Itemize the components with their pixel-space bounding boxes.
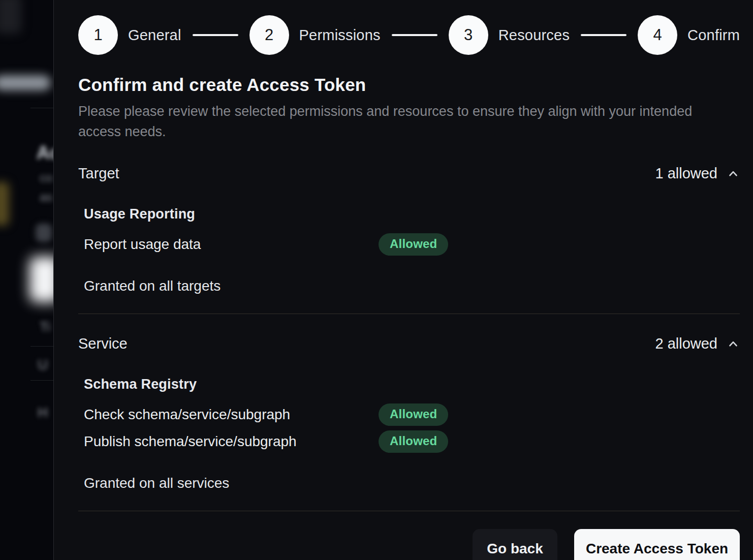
step-confirm[interactable]: 4 Confirm bbox=[638, 15, 740, 55]
permission-row: Report usage data Allowed bbox=[84, 233, 740, 256]
step-connector bbox=[193, 34, 238, 36]
backdrop-accent-blob bbox=[0, 182, 9, 226]
allowed-count: 1 allowed bbox=[655, 165, 717, 182]
step-label: Resources bbox=[498, 27, 570, 44]
step-resources[interactable]: 3 Resources bbox=[449, 15, 570, 55]
step-label: Permissions bbox=[299, 27, 381, 44]
backdrop-nav-blob bbox=[0, 75, 51, 90]
backdrop-item-text-1: Ti bbox=[40, 319, 50, 335]
step-connector bbox=[581, 34, 626, 36]
permission-label: Report usage data bbox=[84, 236, 379, 253]
service-collapse-toggle[interactable]: 2 allowed bbox=[655, 335, 740, 352]
step-connector bbox=[392, 34, 437, 36]
wizard-stepper: 1 General 2 Permissions 3 Resources 4 Co… bbox=[78, 14, 740, 56]
go-back-button[interactable]: Go back bbox=[473, 529, 557, 560]
step-number-circle: 1 bbox=[78, 15, 118, 55]
allowed-badge: Allowed bbox=[379, 403, 448, 426]
section-header-service: Service 2 allowed bbox=[78, 335, 740, 352]
target-collapse-toggle[interactable]: 1 allowed bbox=[655, 165, 740, 182]
step-permissions[interactable]: 2 Permissions bbox=[249, 15, 381, 55]
modal-footer: Go back Create Access Token bbox=[78, 529, 740, 560]
backdrop-item-text-2: U bbox=[38, 357, 48, 373]
create-access-token-button[interactable]: Create Access Token bbox=[574, 529, 740, 560]
section-title: Service bbox=[78, 335, 128, 352]
allowed-badge: Allowed bbox=[379, 233, 448, 256]
permission-row: Publish schema/service/subgraph Allowed bbox=[84, 430, 740, 453]
chevron-up-icon[interactable] bbox=[727, 167, 740, 180]
backdrop-divider bbox=[30, 346, 53, 347]
step-label: Confirm bbox=[687, 27, 740, 44]
backdrop-divider bbox=[30, 380, 53, 381]
allowed-badge: Allowed bbox=[379, 430, 448, 453]
backdrop-body-text-2: as bbox=[40, 190, 52, 204]
backdrop-divider bbox=[30, 108, 53, 108]
step-number-circle: 2 bbox=[249, 15, 289, 55]
permission-row: Check schema/service/subgraph Allowed bbox=[84, 403, 740, 426]
permission-label: Publish schema/service/subgraph bbox=[84, 433, 379, 450]
step-label: General bbox=[128, 27, 181, 44]
granted-note: Granted on all targets bbox=[84, 278, 740, 294]
backdrop-item-text-3: H bbox=[38, 405, 48, 421]
section-title: Target bbox=[78, 165, 119, 182]
step-number-circle: 4 bbox=[638, 15, 677, 55]
chevron-up-icon[interactable] bbox=[727, 337, 740, 351]
page-title: Confirm and create Access Token bbox=[78, 75, 740, 95]
backdrop-body-text-1: co bbox=[40, 171, 52, 185]
step-general[interactable]: 1 General bbox=[78, 15, 181, 55]
permission-group-title: Schema Registry bbox=[84, 377, 740, 392]
section-divider bbox=[78, 314, 740, 314]
backdrop-panel-blob bbox=[0, 0, 21, 34]
granted-note: Granted on all services bbox=[84, 475, 740, 491]
allowed-count: 2 allowed bbox=[655, 335, 717, 352]
create-access-token-modal: 1 General 2 Permissions 3 Resources 4 Co… bbox=[53, 0, 753, 560]
section-header-target: Target 1 allowed bbox=[78, 165, 740, 182]
permission-label: Check schema/service/subgraph bbox=[84, 407, 379, 423]
step-number-circle: 3 bbox=[449, 15, 488, 55]
permission-group-title: Usage Reporting bbox=[84, 206, 740, 222]
footer-divider bbox=[78, 511, 740, 511]
backdrop-icon-blob bbox=[36, 224, 52, 242]
page-subtitle: Please please review the selected permis… bbox=[78, 101, 708, 142]
